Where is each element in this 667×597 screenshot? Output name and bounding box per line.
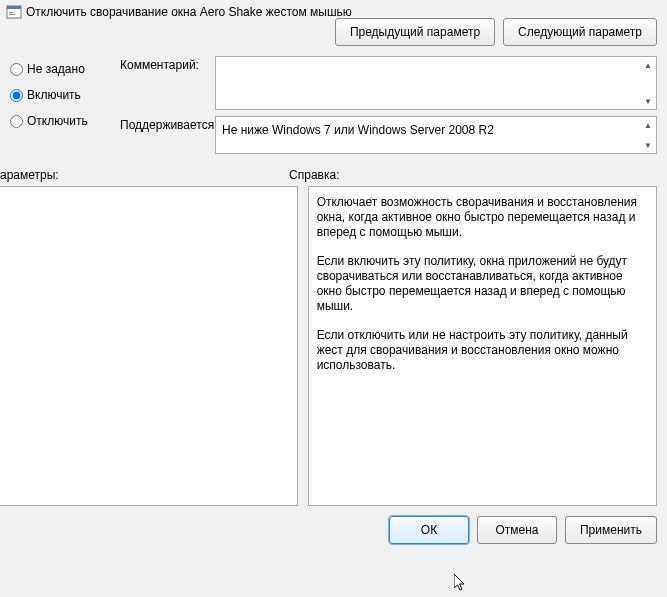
scroll-up-icon[interactable]: ▲ (641, 118, 655, 132)
previous-setting-button[interactable]: Предыдущий параметр (335, 18, 495, 46)
supported-textbox: Не ниже Windows 7 или Windows Server 200… (215, 116, 657, 154)
radio-not-configured-input[interactable] (10, 63, 23, 76)
scroll-down-icon[interactable]: ▼ (641, 94, 655, 108)
scroll-down-icon[interactable]: ▼ (641, 138, 655, 152)
radio-enabled-label: Включить (27, 88, 81, 102)
parameters-label: араметры: (0, 168, 289, 182)
help-paragraph-2: Если включить эту политику, окна приложе… (317, 254, 648, 314)
comment-textarea[interactable]: ▲ ▼ (215, 56, 657, 110)
help-label: Справка: (289, 168, 657, 182)
radio-disabled[interactable]: Отключить (10, 114, 120, 128)
help-paragraph-1: Отключает возможность сворачивания и вос… (317, 195, 648, 240)
supported-value: Не ниже Windows 7 или Windows Server 200… (222, 123, 494, 137)
radio-enabled[interactable]: Включить (10, 88, 120, 102)
svg-rect-3 (9, 14, 15, 15)
radio-enabled-input[interactable] (10, 89, 23, 102)
parameters-pane (0, 186, 298, 506)
comment-label: Комментарий: (120, 56, 215, 72)
radio-disabled-label: Отключить (27, 114, 88, 128)
next-setting-button[interactable]: Следующий параметр (503, 18, 657, 46)
radio-disabled-input[interactable] (10, 115, 23, 128)
radio-not-configured[interactable]: Не задано (10, 62, 120, 76)
cancel-button[interactable]: Отмена (477, 516, 557, 544)
help-pane: Отключает возможность сворачивания и вос… (308, 186, 657, 506)
apply-button[interactable]: Применить (565, 516, 657, 544)
ok-button[interactable]: ОК (389, 516, 469, 544)
svg-rect-2 (9, 12, 13, 13)
svg-rect-1 (7, 6, 21, 9)
supported-label: Поддерживается: (120, 116, 215, 132)
scroll-up-icon[interactable]: ▲ (641, 58, 655, 72)
mouse-cursor-icon (454, 574, 470, 594)
radio-not-configured-label: Не задано (27, 62, 85, 76)
help-paragraph-3: Если отключить или не настроить эту поли… (317, 328, 648, 373)
policy-title: Отключить сворачивание окна Aero Shake ж… (26, 5, 352, 19)
policy-icon (6, 4, 22, 20)
